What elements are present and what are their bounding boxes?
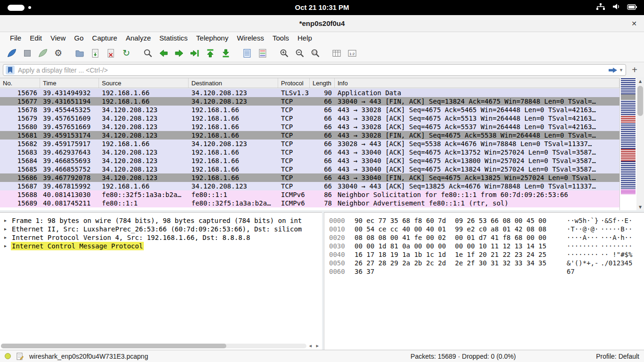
menu-wireless[interactable]: Wireless xyxy=(232,32,268,44)
go-first-packet-icon[interactable] xyxy=(204,47,216,59)
packet-row[interactable]: 1568339.46293764334.120.208.123192.168.1… xyxy=(0,148,619,156)
menu-statistics[interactable]: Statistics xyxy=(155,32,192,44)
display-filter-field[interactable]: ▾ xyxy=(3,64,626,76)
filter-bookmark-icon[interactable] xyxy=(6,66,15,74)
save-file-icon[interactable] xyxy=(89,47,101,59)
column-header-info[interactable]: Info xyxy=(335,78,619,88)
colorize-icon[interactable] xyxy=(256,47,269,59)
hex-bytes: 00 01 d7 41 f8 68 00 00 xyxy=(455,233,548,242)
find-packet-icon[interactable] xyxy=(142,47,154,59)
column-header-no[interactable]: No. xyxy=(0,78,40,88)
packet-row[interactable]: 1568039.45765166934.120.208.123192.168.1… xyxy=(0,123,619,131)
minimap-pink-band xyxy=(621,189,636,194)
close-file-icon[interactable] xyxy=(105,47,117,59)
packet-row[interactable]: 1568840.081413030fe80::32f5:1a3a:b2a…fe8… xyxy=(0,190,619,199)
menu-go[interactable]: Go xyxy=(70,32,88,44)
packet-row[interactable]: 1568639.46779207834.120.208.123192.168.1… xyxy=(0,173,619,182)
hscroll-arrows-icon[interactable]: ◂ ▸ xyxy=(309,343,320,349)
zoom-out-icon[interactable] xyxy=(294,47,306,59)
menu-file[interactable]: File xyxy=(6,32,25,44)
scroll-up-icon[interactable]: ▲ xyxy=(636,79,644,83)
intelligent-scrollbar-minimap[interactable] xyxy=(619,78,636,210)
expander-icon[interactable]: ▸ xyxy=(4,242,11,250)
column-header-source[interactable]: Source xyxy=(99,78,189,88)
scrollbar-thumb[interactable] xyxy=(637,86,643,116)
expander-icon[interactable]: ▸ xyxy=(4,216,11,225)
packet-row[interactable]: 1568739.467815992192.168.1.6634.120.208.… xyxy=(0,182,619,190)
menu-view[interactable]: View xyxy=(46,32,70,44)
capture-comment-icon[interactable] xyxy=(17,353,24,360)
hex-row[interactable]: 003000 00 1d 81 0a 00 00 0000 00 10 11 1… xyxy=(329,242,644,250)
close-window-button[interactable]: ✕ xyxy=(629,18,639,29)
zoom-in-icon[interactable] xyxy=(278,47,290,59)
go-forward-icon[interactable] xyxy=(173,47,185,59)
column-header-time[interactable]: Time xyxy=(40,78,99,88)
expander-icon[interactable]: ▸ xyxy=(4,225,11,233)
packet-cell: 34.120.208.123 xyxy=(99,106,189,114)
expert-info-icon[interactable] xyxy=(5,353,11,359)
packet-cell: 34.120.208.123 xyxy=(99,114,189,123)
menu-tools[interactable]: Tools xyxy=(268,32,293,44)
expander-icon[interactable]: ▸ xyxy=(4,233,11,242)
fixed-width-columns-icon[interactable]: 1:2 xyxy=(346,47,358,59)
packet-row[interactable]: 1567839.45544532534.120.208.123192.168.1… xyxy=(0,106,619,114)
hex-row[interactable]: 005026 27 28 29 2a 2b 2c 2d2e 2f 30 31 3… xyxy=(329,259,644,267)
detail-line[interactable]: ▸Ethernet II, Src: LuxsharePrec_26:53:66… xyxy=(0,225,322,233)
packet-list-scrollbar[interactable]: ▲ ▼ xyxy=(636,78,644,210)
auto-scroll-icon[interactable] xyxy=(241,47,253,59)
hex-bytes xyxy=(455,267,548,276)
packet-cell: ICMPv6 xyxy=(278,199,310,207)
hex-row[interactable]: 004016 17 18 19 1a 1b 1c 1d1e 1f 20 21 2… xyxy=(329,250,644,259)
column-header-length[interactable]: Length xyxy=(310,78,335,88)
scroll-down-icon[interactable]: ▼ xyxy=(636,205,644,209)
system-tray[interactable] xyxy=(596,0,637,15)
stop-capture-icon[interactable] xyxy=(21,47,33,59)
packet-cell: 40.081413030 xyxy=(40,190,99,199)
menu-help[interactable]: Help xyxy=(293,32,316,44)
apply-filter-button[interactable]: ▾ xyxy=(608,67,624,74)
packet-cell: 39.466855693 xyxy=(40,156,99,165)
packet-row[interactable]: 1568239.459175917192.168.1.6634.120.208.… xyxy=(0,140,619,148)
hex-row[interactable]: 000090 ec 77 35 68 f8 60 7d09 26 53 66 0… xyxy=(329,216,644,225)
detail-line[interactable]: ▸Frame 1: 98 bytes on wire (784 bits), 9… xyxy=(0,216,322,225)
hex-row[interactable]: 002008 08 08 00 41 fe 00 0200 01 d7 41 f… xyxy=(329,233,644,242)
column-header-destination[interactable]: Destination xyxy=(189,78,278,88)
hex-row[interactable]: 001000 54 ce cc 40 00 40 0199 e2 c0 a8 0… xyxy=(329,225,644,233)
go-to-packet-icon[interactable] xyxy=(189,47,201,59)
detail-line[interactable]: ▸Internet Control Message Protocol xyxy=(0,242,322,250)
packet-row[interactable]: 1567939.45765160934.120.208.123192.168.1… xyxy=(0,114,619,123)
profile-selector[interactable]: Profile: Default xyxy=(596,353,639,360)
menu-capture[interactable]: Capture xyxy=(88,32,121,44)
filter-dropdown-caret-icon[interactable]: ▾ xyxy=(620,67,623,73)
column-header-protocol[interactable]: Protocol xyxy=(278,78,310,88)
restart-capture-icon[interactable] xyxy=(37,47,49,59)
packet-row[interactable]: 1567739.431651194192.168.1.6634.120.208.… xyxy=(0,97,619,106)
packet-row[interactable]: 1568940.081745211fe80::1:1fe80::32f5:1a3… xyxy=(0,199,619,207)
resize-columns-icon[interactable] xyxy=(330,47,343,59)
packet-row[interactable]: 1568539.46685575234.120.208.123192.168.1… xyxy=(0,165,619,173)
menu-edit[interactable]: Edit xyxy=(25,32,46,44)
reload-file-icon[interactable]: ↻ xyxy=(120,47,132,59)
detail-line[interactable]: ▸Internet Protocol Version 4, Src: 192.1… xyxy=(0,233,322,242)
go-last-packet-icon[interactable] xyxy=(220,47,232,59)
go-back-icon[interactable] xyxy=(157,47,170,59)
zoom-reset-icon[interactable]: 1:1 xyxy=(309,47,322,59)
capture-options-icon[interactable]: ⚙ xyxy=(52,47,65,59)
minimap-red-band xyxy=(621,116,636,123)
packet-cell: 192.168.1.66 xyxy=(189,106,278,114)
open-file-icon[interactable] xyxy=(74,47,86,59)
capture-file-name[interactable]: wireshark_enp0s20f0u4W731E3.pcapng xyxy=(29,353,148,360)
scrollbar-thumb[interactable] xyxy=(1,344,226,348)
packet-cell: 15686 xyxy=(0,173,40,182)
packet-row[interactable]: 1568439.46685569334.120.208.123192.168.1… xyxy=(0,156,619,165)
menu-telephony[interactable]: Telephony xyxy=(192,32,232,44)
start-capture-icon[interactable] xyxy=(6,47,18,59)
details-horizontal-scrollbar[interactable] xyxy=(1,344,306,348)
hex-row[interactable]: 006036 3767 xyxy=(329,267,644,276)
system-clock[interactable]: Oct 21 10:31 PM xyxy=(0,0,644,15)
menu-analyze[interactable]: Analyze xyxy=(122,32,155,44)
packet-row[interactable]: 1567639.431494932192.168.1.6634.120.208.… xyxy=(0,89,619,97)
display-filter-input[interactable] xyxy=(18,66,608,74)
packet-row[interactable]: 1568139.45915317434.120.208.123192.168.1… xyxy=(0,131,619,140)
add-filter-button-button[interactable]: + xyxy=(628,64,641,76)
